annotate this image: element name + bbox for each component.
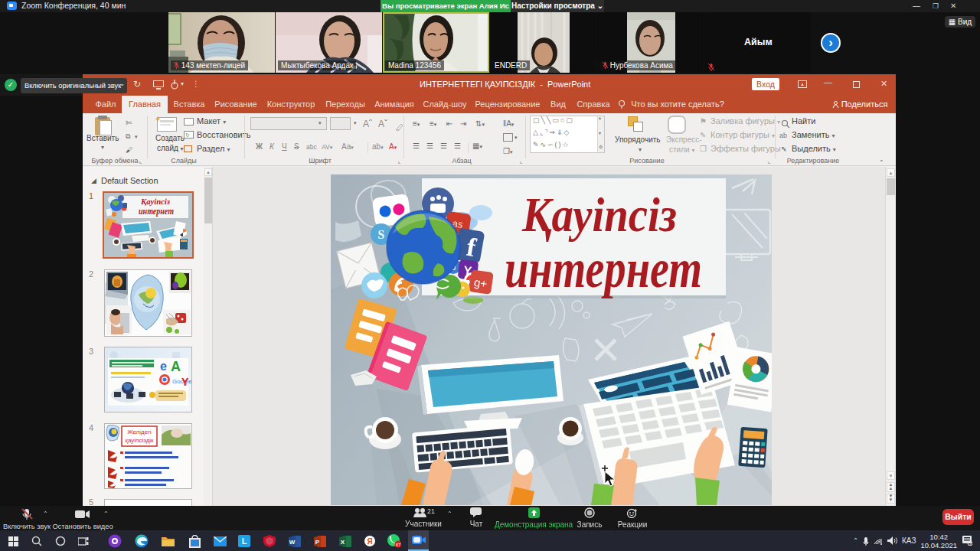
svg-text:интернет: интернет — [505, 238, 702, 299]
svg-text:g+: g+ — [473, 276, 488, 290]
svg-text:S: S — [378, 228, 385, 241]
svg-text:Қауіпсіз: Қауіпсіз — [521, 187, 677, 242]
svg-text:e: e — [160, 360, 167, 373]
svg-text:21: 21 — [427, 507, 435, 515]
svg-text:қауіпсіздік: қауіпсіздік — [125, 437, 154, 444]
svg-text:Y: Y — [181, 376, 189, 388]
svg-text:P: P — [315, 539, 320, 546]
svg-text:интернет: интернет — [139, 206, 174, 217]
svg-text:W: W — [289, 539, 296, 546]
svg-text:X: X — [341, 539, 345, 546]
svg-text:A: A — [171, 359, 181, 374]
svg-text:L: L — [242, 536, 247, 546]
svg-text:Я: Я — [367, 537, 372, 546]
svg-text:67: 67 — [396, 543, 401, 547]
svg-text:Желідегі: Желідегі — [127, 429, 152, 435]
svg-text:Қауіпсіз: Қауіпсіз — [140, 197, 171, 206]
